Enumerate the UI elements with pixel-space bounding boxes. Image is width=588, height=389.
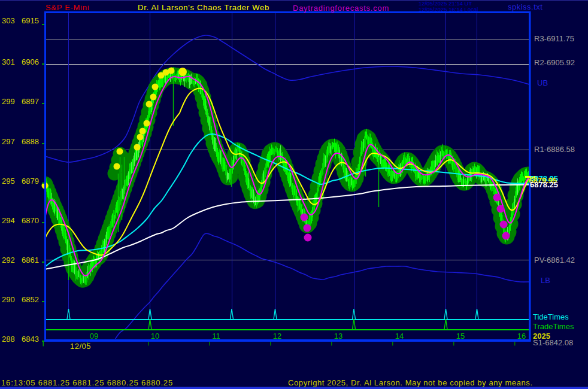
chaos-trader-chart-window: 3036915301690629968972976888295687929468… (0, 0, 588, 389)
left-axis-spx-label: 301 (2, 57, 15, 66)
hour-label: 10 (151, 332, 159, 341)
chart-canvas: 3036915301690629968972976888295687929468… (0, 0, 588, 389)
left-axis-tick (42, 222, 44, 223)
left-axis-price-label: 6879 (22, 177, 39, 186)
year-label: 2025 (533, 332, 550, 341)
hour-tick (331, 342, 332, 346)
left-axis-tick (42, 63, 44, 65)
hour-tick (514, 342, 516, 346)
left-axis-tick (42, 341, 44, 342)
copyright-notice: Copyright 2025, Dr. Al Larson. May not b… (288, 378, 533, 387)
sell-signal-dot (502, 232, 510, 240)
left-axis-spx-label: 297 (2, 137, 15, 146)
left-axis-tick (42, 103, 44, 104)
buy-signal-dot (137, 134, 144, 141)
hour-label: 13 (334, 332, 343, 341)
upper-band-label: UB (537, 78, 548, 87)
pivot-label: R3-6911.75 (534, 34, 574, 43)
sell-signal-dot (304, 224, 311, 232)
left-axis-spx-label: 299 (2, 97, 15, 106)
timestamp-local: 12/05/2025 16:14 Local (419, 6, 478, 13)
hour-tick (209, 342, 210, 346)
left-axis-spx-label: 303 (2, 16, 15, 25)
sell-signal-dot (301, 214, 308, 221)
left-axis-spx-label: 288 (2, 335, 15, 344)
hour-label: 15 (456, 332, 465, 341)
left-axis-tick (42, 24, 44, 25)
trade-times-label: TradeTimes (533, 322, 574, 331)
left-axis-price-label: 6852 (22, 295, 39, 304)
left-axis-tick (42, 143, 44, 144)
left-axis-spx-label: 295 (2, 177, 15, 186)
buy-signal-dot (152, 84, 159, 90)
pivot-label: PV-6861.42 (534, 256, 575, 265)
left-axis-tick (42, 183, 44, 184)
date-label: 12/05 (70, 342, 91, 351)
hour-tick (148, 342, 149, 346)
hour-tick (392, 342, 393, 346)
page-title: Dr. Al Larson's Chaos Trader Web (138, 3, 269, 12)
tide-times-label: TideTimes (533, 312, 569, 321)
hour-tick (453, 342, 454, 346)
last-value-label-white: 6878.25 (530, 180, 558, 189)
left-axis-tick (42, 262, 44, 263)
buy-signal-dot (168, 68, 175, 74)
hour-label: 14 (395, 332, 404, 341)
lower-band-label: LB (541, 276, 550, 285)
bottom-edge-line (0, 387, 588, 389)
left-axis-price-label: 6870 (22, 216, 39, 225)
sell-signal-dot (493, 194, 501, 202)
left-axis-spx-label: 292 (2, 256, 15, 265)
pivot-label: R1-6886.58 (534, 145, 575, 154)
sell-signal-dot (304, 234, 312, 242)
buy-signal-dot (144, 120, 150, 127)
sell-signal-dot (500, 221, 508, 229)
buy-signal-dot (117, 148, 123, 155)
left-axis-spx-label: 294 (2, 216, 15, 225)
left-axis-price-label: 6897 (22, 97, 39, 106)
left-axis-price-label: 6888 (22, 137, 39, 146)
file-name-label: spkiss.txt (508, 2, 542, 11)
left-axis-tick (42, 301, 44, 302)
top-edge-line (0, 0, 588, 1)
sell-signal-dot (497, 205, 505, 213)
hour-label: 09 (90, 332, 98, 341)
buy-signal-dot (150, 94, 157, 101)
left-axis-price-label: 6915 (22, 16, 39, 25)
buy-signal-dot (114, 163, 120, 170)
left-axis-price-label: 6861 (22, 256, 39, 265)
quote-status-line: 16:13:05 6881.25 6881.25 6880.25 6880.25 (1, 378, 173, 387)
hour-label: 11 (212, 332, 220, 341)
session-start-tick (43, 342, 44, 347)
site-link[interactable]: Daytradingforecasts.com (293, 4, 389, 13)
buy-signal-dot (140, 128, 146, 135)
left-axis-price-label: 6843 (22, 335, 39, 344)
hour-label: 16 (517, 332, 526, 341)
left-axis-spx-label: 290 (2, 295, 15, 304)
hour-label: 12 (273, 332, 281, 341)
hour-tick (270, 342, 271, 346)
pivot-label: R2-6905.92 (534, 58, 575, 67)
left-axis-price-label: 6906 (22, 57, 39, 66)
symbol-label: S&P E-Mini (46, 3, 89, 12)
buy-signal-dot (134, 144, 141, 151)
buy-signal-dot (146, 101, 153, 108)
buy-signal-dot (178, 68, 187, 76)
